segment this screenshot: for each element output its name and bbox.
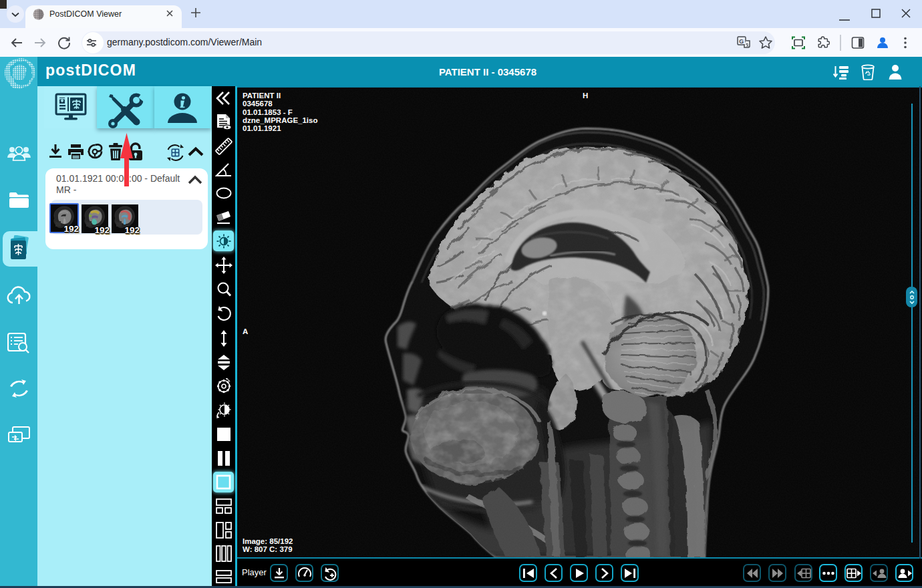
svg-text:G: G xyxy=(739,38,744,45)
